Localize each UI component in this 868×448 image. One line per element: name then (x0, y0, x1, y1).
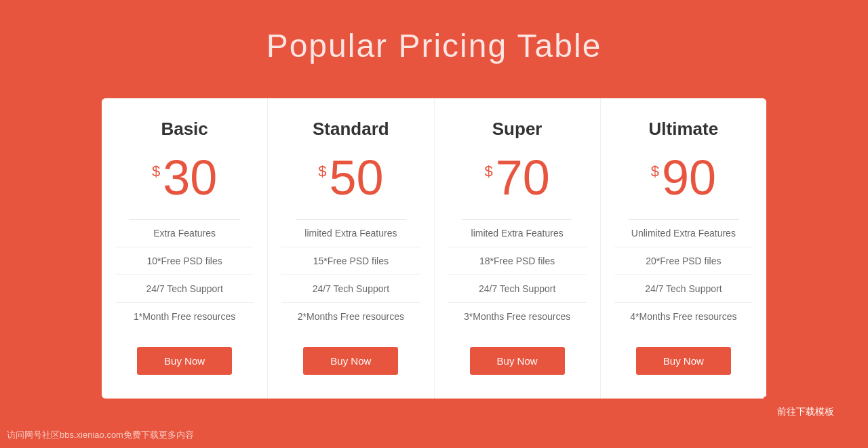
price-wrapper: $ 50 (318, 153, 383, 202)
features-list: limited Extra Features15*Free PSD files2… (281, 220, 420, 330)
features-list: Unlimited Extra Features20*Free PSD file… (614, 220, 753, 330)
pricing-card-ultimate: Ultimate $ 90 Unlimited Extra Features20… (601, 98, 766, 399)
price-amount: 90 (662, 153, 716, 202)
feature-item: 24/7 Tech Support (115, 275, 254, 303)
plan-name-basic: Basic (161, 119, 208, 140)
feature-item: 2*Months Free resources (281, 303, 420, 330)
price-amount: 70 (496, 153, 550, 202)
price-wrapper: $ 90 (651, 153, 716, 202)
pricing-table: Basic $ 30 Extra Features10*Free PSD fil… (102, 98, 766, 399)
feature-item: 3*Months Free resources (448, 303, 587, 330)
price-amount: 30 (163, 153, 217, 202)
currency-symbol: $ (318, 163, 326, 180)
pricing-card-basic: Basic $ 30 Extra Features10*Free PSD fil… (102, 98, 268, 399)
currency-symbol: $ (651, 163, 659, 180)
features-list: limited Extra Features18*Free PSD files2… (448, 220, 587, 330)
feature-item: 24/7 Tech Support (281, 275, 420, 303)
watermark-text: 访问网号社区bbs.xieniao.com免费下载更多内容 (7, 429, 194, 441)
feature-item: 18*Free PSD files (448, 247, 587, 275)
feature-item: 20*Free PSD files (614, 247, 753, 275)
currency-symbol: $ (152, 163, 160, 180)
feature-item: limited Extra Features (448, 220, 587, 247)
currency-symbol: $ (484, 163, 492, 180)
price-wrapper: $ 30 (152, 153, 217, 202)
feature-item: 4*Months Free resources (614, 303, 753, 330)
feature-item: limited Extra Features (281, 220, 420, 247)
buy-now-button[interactable]: Buy Now (303, 347, 398, 375)
plan-name-ultimate: Ultimate (649, 119, 719, 140)
feature-item: Extra Features (115, 220, 254, 247)
feature-item: 1*Month Free resources (115, 303, 254, 330)
feature-item: 24/7 Tech Support (614, 275, 753, 303)
page-title: Popular Pricing Table (267, 27, 602, 64)
price-wrapper: $ 70 (484, 153, 549, 202)
pricing-card-super: Super $ 70 limited Extra Features18*Free… (435, 98, 601, 399)
price-amount: 50 (329, 153, 383, 202)
buy-now-button[interactable]: Buy Now (470, 347, 565, 375)
features-list: Extra Features10*Free PSD files24/7 Tech… (115, 220, 254, 330)
feature-item: 10*Free PSD files (115, 247, 254, 275)
feature-item: 24/7 Tech Support (448, 275, 587, 303)
buy-now-button[interactable]: Buy Now (137, 347, 232, 375)
feature-item: Unlimited Extra Features (614, 220, 753, 247)
plan-name-super: Super (492, 119, 542, 140)
plan-name-standard: Standard (313, 119, 389, 140)
buy-now-button[interactable]: Buy Now (636, 347, 731, 375)
feature-item: 15*Free PSD files (281, 247, 420, 275)
download-template-button[interactable]: 前往下载模板 (764, 396, 848, 428)
pricing-card-standard: Standard $ 50 limited Extra Features15*F… (268, 98, 434, 399)
